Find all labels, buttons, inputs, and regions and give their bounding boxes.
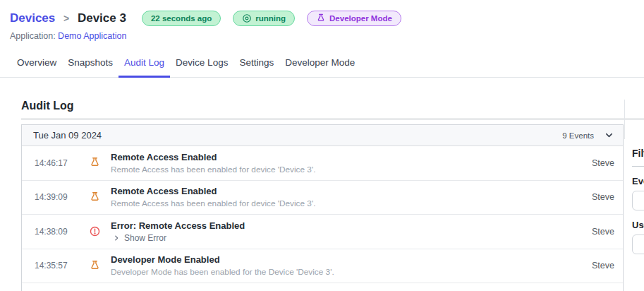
event-time: 14:46:17 (35, 158, 68, 168)
event-description: Developer Mode has been enabled for the … (111, 267, 334, 277)
event-description: Remote Access has been enabled for devic… (111, 198, 315, 208)
application-line: Application: Demo Application (10, 31, 644, 41)
device-audit-log-page: Devices > Device 3 22 seconds ago runnin… (0, 0, 644, 291)
tab-device-logs[interactable]: Device Logs (170, 50, 233, 78)
page-title: Device 3 (78, 11, 126, 25)
running-status-badge: running (233, 11, 295, 26)
audit-row: 14:39:09 Remote Access Enabled Remote Ac… (22, 181, 623, 215)
section-divider (21, 119, 644, 119)
chevron-down-icon[interactable] (604, 130, 614, 141)
event-description: Remote Access has been enabled for devic… (111, 165, 315, 174)
filter-user-input[interactable] (632, 234, 644, 254)
filter-title: Filter (632, 148, 644, 159)
status-badges: 22 seconds ago running Developer Mode (142, 11, 401, 26)
target-icon (242, 13, 252, 23)
event-time: 14:38:09 (35, 227, 68, 237)
audit-row: 14:35:57 Developer Mode Enabled Develope… (22, 249, 623, 284)
event-time: 14:39:09 (35, 192, 68, 202)
flask-icon (89, 157, 102, 169)
breadcrumb-devices-link[interactable]: Devices (10, 11, 55, 25)
date-group-header[interactable]: Tue Jan 09 2024 9 Events (22, 125, 623, 146)
show-error-label: Show Error (124, 233, 166, 243)
event-title: Remote Access Enabled (111, 152, 315, 162)
section-title: Audit Log (21, 100, 624, 112)
sidebar-divider (624, 100, 625, 139)
tab-overview[interactable]: Overview (11, 50, 62, 78)
event-title: Developer Mode Enabled (111, 254, 334, 265)
developer-mode-label: Developer Mode (329, 14, 392, 23)
filter-user-label: User (632, 220, 644, 230)
chevron-right-icon (113, 234, 120, 242)
developer-mode-badge: Developer Mode (307, 11, 401, 26)
last-seen-label: 22 seconds ago (151, 14, 212, 23)
event-title: Error: Remote Access Enabled (111, 220, 245, 231)
filter-events-label: Events (632, 176, 644, 186)
tab-snapshots[interactable]: Snapshots (62, 50, 119, 78)
tab-audit-log[interactable]: Audit Log (119, 50, 170, 78)
audit-log-section: Audit Log Tue Jan 09 2024 9 Events 14:46… (21, 100, 624, 291)
content-area: Audit Log Tue Jan 09 2024 9 Events 14:46… (0, 100, 644, 291)
audit-row-error: 14:38:09 Error: Remote Access Enabled Sh… (22, 215, 623, 249)
flask-icon (89, 260, 102, 272)
tab-settings[interactable]: Settings (233, 50, 279, 78)
event-user: Steve (592, 158, 623, 168)
audit-row: 14:35:30 Developer Mode Disabled Steve (22, 283, 623, 291)
tab-bar: Overview Snapshots Audit Log Device Logs… (0, 50, 644, 78)
breadcrumb: Devices > Device 3 (10, 11, 126, 25)
breadcrumb-separator: > (63, 13, 69, 24)
event-user: Steve (592, 227, 623, 237)
event-user: Steve (592, 192, 623, 202)
running-status-label: running (255, 14, 286, 23)
tab-developer-mode[interactable]: Developer Mode (279, 50, 360, 78)
show-error-link[interactable]: Show Error (113, 233, 245, 243)
filter-divider (632, 166, 644, 167)
error-icon (89, 225, 102, 237)
audit-log-table: Tue Jan 09 2024 9 Events 14:46:17 Remote… (21, 124, 624, 291)
application-link[interactable]: Demo Application (58, 31, 126, 41)
flask-icon (316, 13, 326, 23)
filter-events-input[interactable] (632, 191, 644, 210)
event-count: 9 Events (562, 131, 594, 140)
date-label: Tue Jan 09 2024 (33, 130, 102, 141)
event-title: Remote Access Enabled (111, 186, 315, 196)
event-time: 14:35:57 (35, 261, 68, 271)
page-header: Devices > Device 3 22 seconds ago runnin… (0, 0, 644, 41)
last-seen-badge: 22 seconds ago (142, 11, 221, 26)
filter-panel: Filter Events User (632, 148, 644, 254)
audit-row: 14:46:17 Remote Access Enabled Remote Ac… (22, 146, 623, 181)
flask-icon (89, 191, 102, 203)
application-label: Application: (10, 31, 56, 41)
event-user: Steve (592, 261, 623, 271)
